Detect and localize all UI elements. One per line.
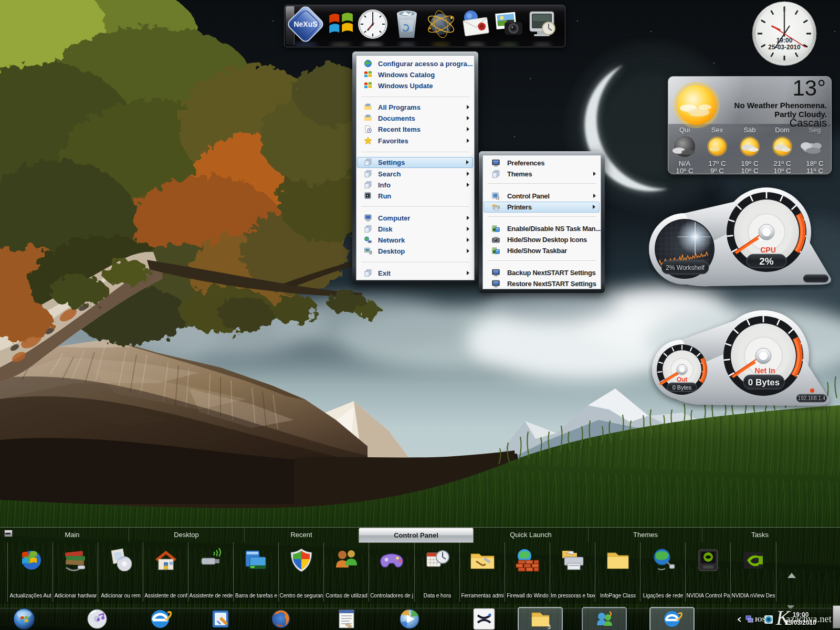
svg-text:ЮS: ЮS	[755, 616, 766, 623]
svg-text:CPU: CPU	[760, 246, 776, 254]
svg-text:Net In: Net In	[755, 366, 775, 375]
svg-text:3: 3	[548, 624, 551, 630]
svg-text:25-03-2010: 25-03-2010	[768, 44, 801, 51]
svg-text:Out: Out	[677, 376, 688, 383]
svg-text:192.168.1.4: 192.168.1.4	[798, 395, 826, 401]
svg-text:2%: 2%	[759, 256, 774, 267]
svg-text:2% Workshelf: 2% Workshelf	[666, 264, 705, 271]
svg-text:0 Bytes: 0 Bytes	[748, 377, 780, 387]
svg-text:NeXuS: NeXuS	[293, 20, 317, 28]
svg-text:0 Bytes: 0 Bytes	[673, 384, 692, 391]
